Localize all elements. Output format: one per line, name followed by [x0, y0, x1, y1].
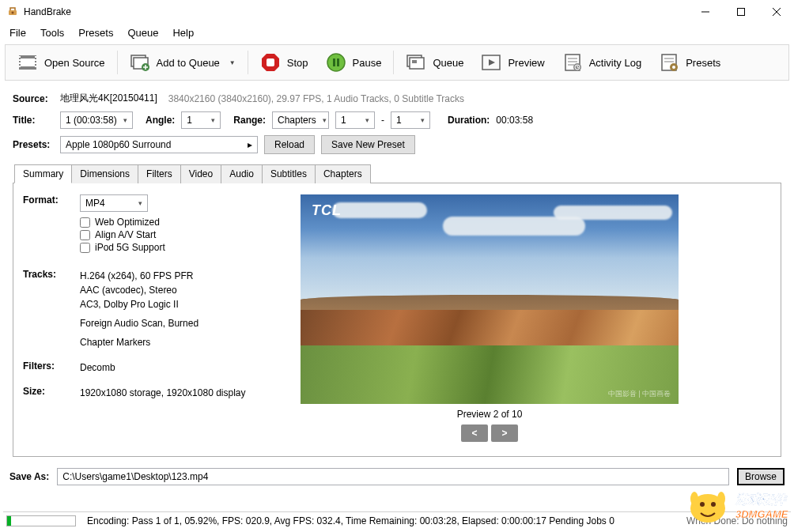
size-value: 1920x1080 storage, 1920x1080 display: [80, 386, 246, 400]
progress-bar: [6, 515, 76, 526]
source-row: Source: 地理风光4K[20150411] 3840x2160 (3840…: [13, 92, 781, 105]
tab-video[interactable]: Video: [180, 164, 221, 183]
menubar: File Tools Presets Queue Help: [0, 24, 794, 41]
format-select[interactable]: MP4▾: [80, 194, 148, 212]
tab-summary[interactable]: Summary: [14, 164, 72, 183]
preview-prev-button[interactable]: <: [461, 424, 488, 442]
status-right: When Done: Do nothing: [686, 515, 788, 526]
duration-value: 00:03:58: [496, 115, 533, 126]
pause-icon: [326, 52, 346, 73]
svg-marker-30: [489, 59, 495, 66]
activity-log-button[interactable]: Activity Log: [554, 47, 650, 77]
preset-select[interactable]: Apple 1080p60 Surround ▸: [60, 136, 258, 153]
svg-point-47: [717, 492, 725, 506]
svg-rect-7: [21, 58, 35, 66]
source-label: Source:: [13, 93, 54, 104]
size-label: Size:: [23, 386, 80, 400]
statusbar: Encoding: Pass 1 of 1, 05.92%, FPS: 020.…: [3, 511, 791, 529]
source-name: 地理风光4K[20150411]: [60, 92, 157, 105]
status-text: Encoding: Pass 1 of 1, 05.92%, FPS: 020.…: [87, 515, 686, 526]
title-label: Title:: [13, 115, 54, 126]
svg-rect-11: [19, 66, 21, 67]
chevron-right-icon: ▸: [248, 139, 252, 150]
add-queue-icon: [130, 52, 150, 73]
preview-corner-text: 中国影音 | 中国画卷: [608, 389, 671, 399]
svg-point-42: [672, 66, 675, 69]
angle-label: Angle:: [146, 115, 175, 126]
angle-select[interactable]: 1▾: [181, 111, 221, 129]
app-icon: [6, 6, 19, 18]
svg-point-46: [690, 492, 698, 506]
preview-caption: Preview 2 of 10: [457, 409, 523, 420]
svg-rect-12: [35, 56, 36, 58]
preview-watermark: TCL: [312, 202, 342, 219]
svg-rect-8: [19, 56, 21, 58]
log-icon: [562, 52, 583, 73]
svg-rect-9: [19, 59, 21, 61]
align-av-checkbox[interactable]: Align A/V Start: [80, 229, 165, 240]
menu-tools[interactable]: Tools: [34, 25, 70, 40]
titlebar: HandBrake: [0, 0, 794, 24]
browse-button[interactable]: Browse: [737, 468, 785, 485]
menu-file[interactable]: File: [3, 25, 32, 40]
tab-subtitles[interactable]: Subtitles: [262, 164, 316, 183]
tab-audio[interactable]: Audio: [221, 164, 263, 183]
duration-label: Duration:: [448, 115, 490, 126]
tab-filters[interactable]: Filters: [138, 164, 181, 183]
ipod-5g-checkbox[interactable]: iPod 5G Support: [80, 242, 165, 253]
close-button[interactable]: [758, 0, 794, 24]
title-select[interactable]: 1 (00:03:58)▾: [60, 111, 133, 129]
queue-icon: [406, 52, 426, 73]
minimize-button[interactable]: [687, 0, 723, 24]
svg-rect-14: [35, 62, 36, 64]
save-as-input[interactable]: [57, 468, 729, 485]
tab-chapters[interactable]: Chapters: [315, 164, 371, 183]
range-from-select[interactable]: 1▾: [335, 111, 375, 129]
svg-rect-22: [267, 58, 274, 66]
presets-button[interactable]: Presets: [650, 47, 729, 77]
filters-label: Filters:: [23, 360, 80, 375]
preview-button[interactable]: Preview: [472, 47, 553, 77]
web-optimized-checkbox[interactable]: Web Optimized: [80, 217, 165, 228]
tracks-label: Tracks:: [23, 269, 80, 349]
preview-image: TCL 中国影音 | 中国画卷: [301, 194, 679, 404]
svg-text:游戏硬件: 游戏硬件: [735, 492, 788, 506]
preview-next-button[interactable]: >: [491, 424, 518, 442]
stop-button[interactable]: Stop: [251, 47, 317, 77]
tab-dimensions[interactable]: Dimensions: [71, 164, 138, 183]
range-type-select[interactable]: Chapters▾: [272, 111, 329, 129]
source-meta: 3840x2160 (3840x2160), 29.97 FPS, 1 Audi…: [168, 93, 464, 104]
presets-icon: [659, 52, 679, 73]
menu-help[interactable]: Help: [166, 25, 200, 40]
tracks-value: H.264 (x264), 60 FPS PFR AAC (avcodec), …: [80, 269, 198, 349]
tab-bar: Summary Dimensions Filters Video Audio S…: [13, 164, 781, 183]
svg-point-23: [327, 54, 345, 71]
svg-point-44: [700, 502, 705, 507]
save-new-preset-button[interactable]: Save New Preset: [321, 135, 415, 154]
maximize-button[interactable]: [723, 0, 758, 24]
svg-rect-25: [337, 58, 339, 66]
filters-value: Decomb: [80, 360, 115, 375]
menu-presets[interactable]: Presets: [72, 25, 119, 40]
presets-row: Presets: Apple 1080p60 Surround ▸ Reload…: [13, 135, 781, 154]
window-title: HandBrake: [24, 6, 687, 17]
tab-content: Format: MP4▾ Web Optimized Align A/V Sta…: [13, 183, 781, 457]
title-row: Title: 1 (00:03:58)▾ Angle: 1▾ Range: Ch…: [13, 111, 781, 129]
stop-icon: [260, 52, 281, 73]
presets-label: Presets:: [13, 139, 54, 150]
range-dash: -: [381, 115, 384, 126]
svg-rect-24: [333, 58, 335, 66]
film-icon: [17, 52, 38, 73]
pause-button[interactable]: Pause: [317, 47, 391, 77]
reload-button[interactable]: Reload: [264, 135, 315, 154]
toolbar: Open Source Add to Queue ▼ Stop Pause Qu…: [5, 44, 789, 81]
save-row: Save As: Browse: [0, 463, 794, 490]
svg-rect-13: [35, 59, 36, 61]
save-as-label: Save As:: [9, 471, 49, 482]
range-to-select[interactable]: 1▾: [391, 111, 430, 129]
menu-queue[interactable]: Queue: [121, 25, 164, 40]
svg-point-45: [711, 502, 716, 507]
queue-button[interactable]: Queue: [397, 47, 472, 77]
open-source-button[interactable]: Open Source: [9, 47, 114, 77]
add-to-queue-button[interactable]: Add to Queue ▼: [121, 47, 244, 77]
